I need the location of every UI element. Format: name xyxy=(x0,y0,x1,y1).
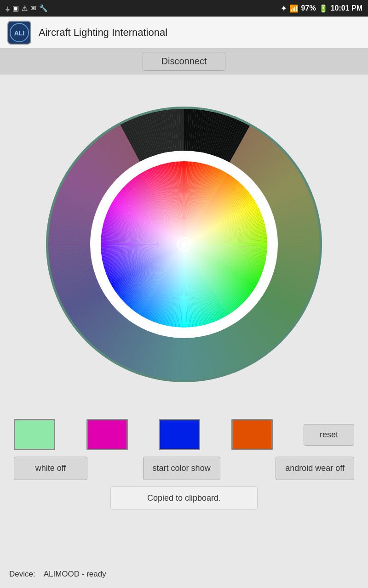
controls: reset white off start color show android… xyxy=(0,414,368,510)
app-logo: ALI xyxy=(7,21,31,45)
alert-icon: ⚠ xyxy=(22,4,28,12)
svg-text:ALI: ALI xyxy=(14,29,25,37)
color-selector-center xyxy=(183,243,185,246)
email-icon: ✉ xyxy=(30,4,36,12)
sim-icon: ▣ xyxy=(12,4,19,12)
status-icons-left: ⏚ ▣ ⚠ ✉ 🔧 xyxy=(6,4,48,12)
clipboard-message: Copied to clipboard. xyxy=(110,486,258,510)
color-wheel-container[interactable] xyxy=(37,97,331,391)
status-bar: ⏚ ▣ ⚠ ✉ 🔧 ✦ 📶 97% 🔋 10:01 PM xyxy=(0,0,368,17)
reset-button[interactable]: reset xyxy=(304,424,354,446)
swatch-magenta[interactable] xyxy=(86,419,128,450)
color-wheel-svg[interactable] xyxy=(37,97,331,391)
action-buttons-row: white off start color show android wear … xyxy=(9,457,359,480)
tools-icon: 🔧 xyxy=(39,4,48,12)
app-title: Aircraft Lighting International xyxy=(39,27,167,39)
white-off-button[interactable]: white off xyxy=(14,457,87,480)
status-icons-right: ✦ 📶 97% 🔋 10:01 PM xyxy=(281,4,362,13)
swatches-row: reset xyxy=(9,419,359,450)
start-color-show-button[interactable]: start color show xyxy=(143,457,220,480)
color-wheel-area[interactable] xyxy=(0,74,368,414)
disconnect-bar: Disconnect xyxy=(0,49,368,74)
battery-level: 97% xyxy=(301,4,316,12)
device-value: ALIMOOD - ready xyxy=(44,570,106,578)
swatch-orange[interactable] xyxy=(231,419,273,450)
disconnect-button[interactable]: Disconnect xyxy=(143,52,226,71)
wifi-icon: 📶 xyxy=(289,4,299,13)
app-header: ALI Aircraft Lighting International xyxy=(0,17,368,49)
device-status: Device: ALIMOOD - ready xyxy=(0,565,368,583)
clipboard-toast: Copied to clipboard. xyxy=(110,486,258,510)
clock: 10:01 PM xyxy=(331,4,362,12)
usb-icon: ⏚ xyxy=(6,5,10,12)
swatch-green[interactable] xyxy=(14,419,55,450)
battery-icon: 🔋 xyxy=(319,4,328,13)
device-prefix: Device: xyxy=(9,570,35,578)
bluetooth-icon: ✦ xyxy=(281,4,287,13)
android-wear-off-button[interactable]: android wear off xyxy=(276,457,354,480)
swatch-blue[interactable] xyxy=(159,419,200,450)
